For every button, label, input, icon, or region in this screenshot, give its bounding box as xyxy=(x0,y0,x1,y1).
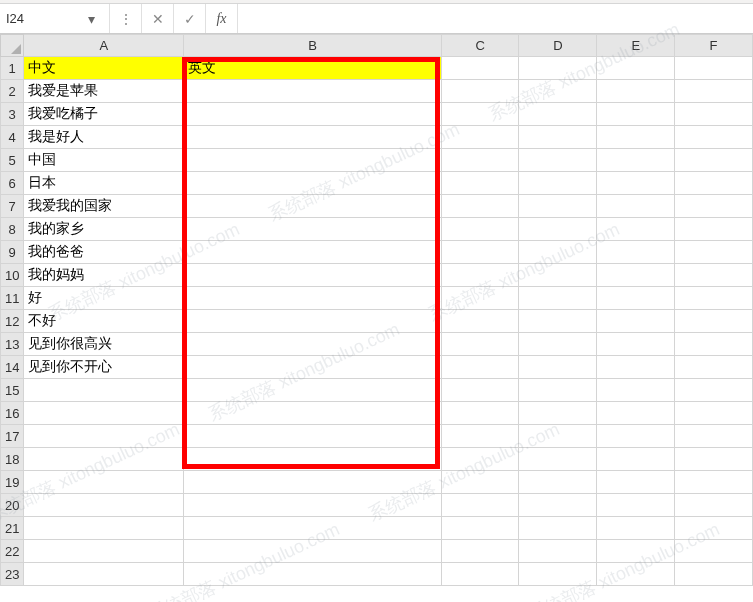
cell-D14[interactable] xyxy=(519,356,597,379)
cell-B22[interactable] xyxy=(184,540,441,563)
cell-E14[interactable] xyxy=(597,356,675,379)
cell-B6[interactable] xyxy=(184,172,441,195)
cell-F15[interactable] xyxy=(675,379,753,402)
row-header-8[interactable]: 8 xyxy=(1,218,24,241)
row-header-5[interactable]: 5 xyxy=(1,149,24,172)
cell-E16[interactable] xyxy=(597,402,675,425)
cell-D9[interactable] xyxy=(519,241,597,264)
cell-A15[interactable] xyxy=(24,379,184,402)
cell-A22[interactable] xyxy=(24,540,184,563)
cell-A5[interactable]: 中国 xyxy=(24,149,184,172)
cell-D18[interactable] xyxy=(519,448,597,471)
row-header-2[interactable]: 2 xyxy=(1,80,24,103)
cell-E10[interactable] xyxy=(597,264,675,287)
cell-B19[interactable] xyxy=(184,471,441,494)
cell-E23[interactable] xyxy=(597,563,675,586)
cell-C19[interactable] xyxy=(441,471,519,494)
cell-C7[interactable] xyxy=(441,195,519,218)
cell-C8[interactable] xyxy=(441,218,519,241)
cell-A12[interactable]: 不好 xyxy=(24,310,184,333)
cell-E18[interactable] xyxy=(597,448,675,471)
cell-E15[interactable] xyxy=(597,379,675,402)
cell-F5[interactable] xyxy=(675,149,753,172)
cell-E3[interactable] xyxy=(597,103,675,126)
cell-C22[interactable] xyxy=(441,540,519,563)
row-header-19[interactable]: 19 xyxy=(1,471,24,494)
cell-D3[interactable] xyxy=(519,103,597,126)
cell-D21[interactable] xyxy=(519,517,597,540)
cell-B16[interactable] xyxy=(184,402,441,425)
cell-B15[interactable] xyxy=(184,379,441,402)
cell-D12[interactable] xyxy=(519,310,597,333)
cell-B21[interactable] xyxy=(184,517,441,540)
cell-A7[interactable]: 我爱我的国家 xyxy=(24,195,184,218)
cell-C5[interactable] xyxy=(441,149,519,172)
row-header-9[interactable]: 9 xyxy=(1,241,24,264)
cell-A14[interactable]: 见到你不开心 xyxy=(24,356,184,379)
cell-B10[interactable] xyxy=(184,264,441,287)
cell-C13[interactable] xyxy=(441,333,519,356)
cell-E5[interactable] xyxy=(597,149,675,172)
cell-B7[interactable] xyxy=(184,195,441,218)
cell-A1[interactable]: 中文 xyxy=(24,57,184,80)
cell-F9[interactable] xyxy=(675,241,753,264)
cell-F10[interactable] xyxy=(675,264,753,287)
cell-A8[interactable]: 我的家乡 xyxy=(24,218,184,241)
row-header-15[interactable]: 15 xyxy=(1,379,24,402)
cell-F7[interactable] xyxy=(675,195,753,218)
cell-D16[interactable] xyxy=(519,402,597,425)
cell-B5[interactable] xyxy=(184,149,441,172)
row-header-3[interactable]: 3 xyxy=(1,103,24,126)
cell-A11[interactable]: 好 xyxy=(24,287,184,310)
cell-D7[interactable] xyxy=(519,195,597,218)
cell-D5[interactable] xyxy=(519,149,597,172)
cell-B2[interactable] xyxy=(184,80,441,103)
cell-A4[interactable]: 我是好人 xyxy=(24,126,184,149)
cell-A9[interactable]: 我的爸爸 xyxy=(24,241,184,264)
cell-A17[interactable] xyxy=(24,425,184,448)
cell-E17[interactable] xyxy=(597,425,675,448)
cell-E8[interactable] xyxy=(597,218,675,241)
cell-F6[interactable] xyxy=(675,172,753,195)
cell-E21[interactable] xyxy=(597,517,675,540)
cell-A10[interactable]: 我的妈妈 xyxy=(24,264,184,287)
cell-D22[interactable] xyxy=(519,540,597,563)
column-header-A[interactable]: A xyxy=(24,35,184,57)
cell-B1[interactable]: 英文 xyxy=(184,57,441,80)
name-box-wrap[interactable]: ▾ xyxy=(0,4,110,33)
name-box-input[interactable] xyxy=(6,11,84,26)
column-header-D[interactable]: D xyxy=(519,35,597,57)
dots-icon[interactable]: ⋮ xyxy=(110,4,142,33)
row-header-18[interactable]: 18 xyxy=(1,448,24,471)
cell-C2[interactable] xyxy=(441,80,519,103)
row-header-11[interactable]: 11 xyxy=(1,287,24,310)
cell-D15[interactable] xyxy=(519,379,597,402)
cancel-icon[interactable]: ✕ xyxy=(142,4,174,33)
cell-A3[interactable]: 我爱吃橘子 xyxy=(24,103,184,126)
cell-A21[interactable] xyxy=(24,517,184,540)
cell-C18[interactable] xyxy=(441,448,519,471)
cell-C12[interactable] xyxy=(441,310,519,333)
cell-D10[interactable] xyxy=(519,264,597,287)
cell-E2[interactable] xyxy=(597,80,675,103)
cell-F20[interactable] xyxy=(675,494,753,517)
cell-D17[interactable] xyxy=(519,425,597,448)
cell-D6[interactable] xyxy=(519,172,597,195)
cell-F22[interactable] xyxy=(675,540,753,563)
cell-A19[interactable] xyxy=(24,471,184,494)
column-header-F[interactable]: F xyxy=(675,35,753,57)
cell-B8[interactable] xyxy=(184,218,441,241)
row-header-23[interactable]: 23 xyxy=(1,563,24,586)
cell-C20[interactable] xyxy=(441,494,519,517)
cell-A6[interactable]: 日本 xyxy=(24,172,184,195)
cell-C4[interactable] xyxy=(441,126,519,149)
enter-icon[interactable]: ✓ xyxy=(174,4,206,33)
cell-E19[interactable] xyxy=(597,471,675,494)
cell-E11[interactable] xyxy=(597,287,675,310)
row-header-12[interactable]: 12 xyxy=(1,310,24,333)
row-header-14[interactable]: 14 xyxy=(1,356,24,379)
cell-D8[interactable] xyxy=(519,218,597,241)
cell-C1[interactable] xyxy=(441,57,519,80)
cell-C14[interactable] xyxy=(441,356,519,379)
row-header-4[interactable]: 4 xyxy=(1,126,24,149)
